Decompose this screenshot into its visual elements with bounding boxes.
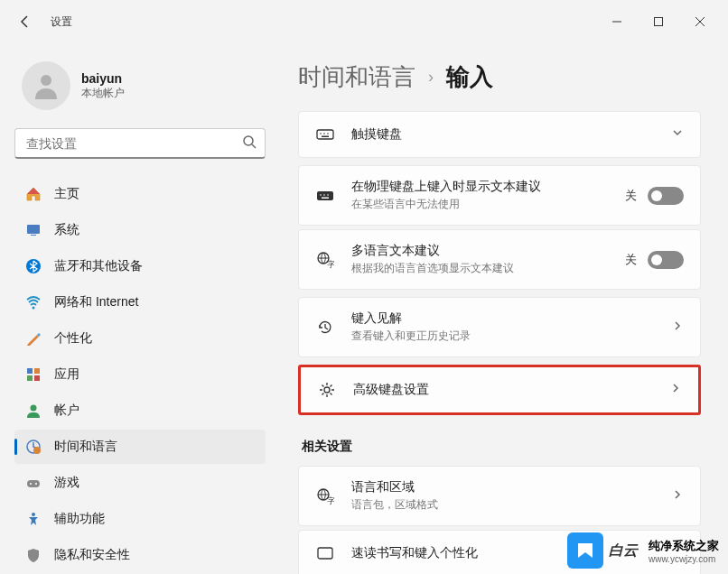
svg-rect-12 bbox=[34, 375, 40, 381]
sidebar-item-home[interactable]: 主页 bbox=[14, 177, 266, 211]
watermark-logo bbox=[567, 532, 603, 569]
sidebar-item-label: 隐私和安全性 bbox=[54, 547, 130, 563]
watermark-brand: 白云 bbox=[609, 542, 638, 560]
card-multilingual-suggestions[interactable]: 字 多语言文本建议 根据我的语言首选项显示文本建议 关 bbox=[298, 229, 701, 290]
watermark-sub2: www.ycwjzy.com bbox=[649, 554, 719, 564]
home-icon bbox=[25, 186, 42, 202]
search-icon bbox=[242, 134, 257, 153]
svg-point-23 bbox=[327, 133, 329, 134]
svg-line-4 bbox=[252, 144, 256, 148]
sidebar-item-network[interactable]: 网络和 Internet bbox=[14, 285, 266, 319]
card-typing-insights[interactable]: 键入见解 查看键入和更正历史记录 bbox=[298, 297, 701, 357]
sidebar-item-label: 个性化 bbox=[54, 330, 92, 347]
card-subtitle: 在某些语言中无法使用 bbox=[351, 197, 609, 212]
language-icon: 字 bbox=[315, 250, 335, 270]
sidebar-item-privacy[interactable]: 隐私和安全性 bbox=[14, 538, 266, 572]
related-section-title: 相关设置 bbox=[302, 439, 701, 455]
svg-rect-25 bbox=[317, 191, 333, 200]
inking-icon bbox=[315, 543, 335, 563]
gaming-icon bbox=[25, 475, 42, 491]
svg-rect-29 bbox=[322, 197, 329, 199]
chevron-down-icon bbox=[671, 126, 684, 143]
search-box bbox=[14, 128, 266, 159]
chevron-right-icon bbox=[671, 319, 684, 336]
card-title: 多语言文本建议 bbox=[351, 243, 609, 259]
history-icon bbox=[315, 318, 335, 338]
svg-point-8 bbox=[33, 307, 35, 310]
sidebar-item-label: 应用 bbox=[54, 366, 79, 383]
back-button[interactable] bbox=[7, 4, 43, 40]
sidebar-item-personalize[interactable]: 个性化 bbox=[14, 321, 266, 356]
svg-rect-5 bbox=[27, 225, 40, 234]
system-icon bbox=[25, 222, 42, 238]
sidebar-item-system[interactable]: 系统 bbox=[14, 213, 266, 247]
avatar bbox=[22, 61, 70, 110]
search-input[interactable] bbox=[14, 128, 266, 159]
network-icon bbox=[25, 294, 42, 310]
privacy-icon bbox=[25, 547, 42, 563]
sidebar-item-apps[interactable]: 应用 bbox=[14, 357, 266, 392]
breadcrumb-parent[interactable]: 时间和语言 bbox=[298, 61, 415, 93]
keyboard-icon bbox=[315, 125, 335, 144]
chevron-right-icon bbox=[671, 488, 684, 505]
keyboard-filled-icon bbox=[315, 186, 335, 206]
sidebar-item-label: 帐户 bbox=[54, 403, 79, 419]
svg-rect-24 bbox=[322, 136, 329, 138]
toggle-state-label: 关 bbox=[625, 188, 637, 204]
maximize-button[interactable] bbox=[638, 7, 679, 36]
watermark: 白云 纯净系统之家 www.ycwjzy.com bbox=[567, 532, 719, 569]
bluetooth-icon bbox=[25, 258, 42, 274]
card-language-region[interactable]: 字 语言和区域 语言包，区域格式 bbox=[298, 466, 701, 526]
watermark-sub1: 纯净系统之家 bbox=[649, 538, 719, 554]
nav-list: 主页 系统 蓝牙和其他设备 网络和 Internet 个性化 应用 bbox=[14, 177, 266, 572]
sidebar-item-bluetooth[interactable]: 蓝牙和其他设备 bbox=[14, 249, 266, 283]
toggle-state-label: 关 bbox=[625, 252, 637, 268]
close-button[interactable] bbox=[679, 7, 721, 36]
card-touch-keyboard[interactable]: 触摸键盘 bbox=[298, 111, 701, 158]
card-title: 高级键盘设置 bbox=[353, 382, 653, 398]
gear-icon bbox=[317, 380, 337, 400]
minimize-button[interactable] bbox=[596, 7, 638, 36]
svg-rect-10 bbox=[34, 368, 40, 374]
sidebar-item-accessibility[interactable]: 辅助功能 bbox=[14, 502, 266, 536]
svg-point-15 bbox=[33, 447, 41, 454]
toggle-switch[interactable] bbox=[648, 251, 684, 269]
user-section[interactable]: baiyun 本地帐户 bbox=[14, 51, 266, 128]
sidebar-item-time-language[interactable]: 时间和语言 bbox=[14, 430, 266, 464]
card-title: 键入见解 bbox=[351, 310, 655, 327]
sidebar-item-label: 主页 bbox=[54, 186, 79, 202]
arrow-left-icon bbox=[18, 14, 33, 29]
svg-point-19 bbox=[32, 513, 35, 516]
svg-text:字: 字 bbox=[327, 260, 334, 269]
sidebar-item-label: 系统 bbox=[54, 222, 79, 238]
card-physical-keyboard-suggestions[interactable]: 在物理键盘上键入时显示文本建议 在某些语言中无法使用 关 bbox=[298, 165, 701, 226]
sidebar-item-gaming[interactable]: 游戏 bbox=[14, 466, 266, 500]
svg-rect-35 bbox=[318, 548, 332, 559]
toggle-switch[interactable] bbox=[648, 187, 684, 205]
window-controls bbox=[596, 7, 721, 36]
card-advanced-keyboard-settings[interactable]: 高级键盘设置 bbox=[298, 365, 701, 415]
svg-rect-1 bbox=[655, 18, 663, 26]
svg-rect-11 bbox=[27, 375, 33, 381]
svg-point-26 bbox=[320, 194, 322, 196]
sidebar-item-accounts[interactable]: 帐户 bbox=[14, 393, 266, 428]
apps-icon bbox=[25, 366, 42, 383]
svg-point-21 bbox=[320, 133, 322, 134]
svg-point-18 bbox=[35, 483, 37, 485]
accounts-icon bbox=[25, 403, 42, 419]
svg-point-28 bbox=[327, 194, 329, 196]
user-name: baiyun bbox=[81, 71, 125, 86]
card-title: 在物理键盘上键入时显示文本建议 bbox=[351, 179, 609, 195]
chevron-right-icon: › bbox=[428, 68, 434, 87]
svg-text:字: 字 bbox=[327, 496, 334, 505]
svg-rect-6 bbox=[31, 235, 36, 236]
sidebar-item-label: 游戏 bbox=[54, 475, 79, 491]
language-region-icon: 字 bbox=[315, 486, 335, 506]
main-content: 时间和语言 › 输入 触摸键盘 在物理键盘上键入时显示文本建议 在某些语言中无法… bbox=[280, 43, 728, 574]
card-title: 语言和区域 bbox=[351, 479, 655, 495]
svg-point-32 bbox=[324, 387, 330, 393]
breadcrumb: 时间和语言 › 输入 bbox=[298, 61, 701, 93]
card-subtitle: 查看键入和更正历史记录 bbox=[351, 329, 655, 344]
svg-point-2 bbox=[41, 75, 51, 86]
svg-point-3 bbox=[244, 136, 253, 145]
